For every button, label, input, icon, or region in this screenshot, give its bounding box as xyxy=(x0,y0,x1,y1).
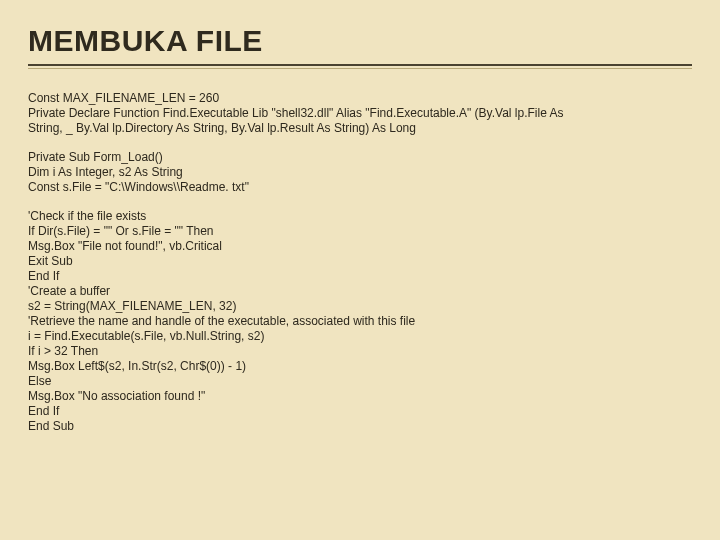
code-block-3: 'Check if the file exists If Dir(s.File)… xyxy=(28,209,692,434)
code-block-1: Const MAX_FILENAME_LEN = 260 Private Dec… xyxy=(28,91,692,136)
slide-title: MEMBUKA FILE xyxy=(28,24,692,58)
title-underline-light xyxy=(28,68,692,69)
code-block-2: Private Sub Form_Load() Dim i As Integer… xyxy=(28,150,692,195)
title-underline-dark xyxy=(28,64,692,66)
